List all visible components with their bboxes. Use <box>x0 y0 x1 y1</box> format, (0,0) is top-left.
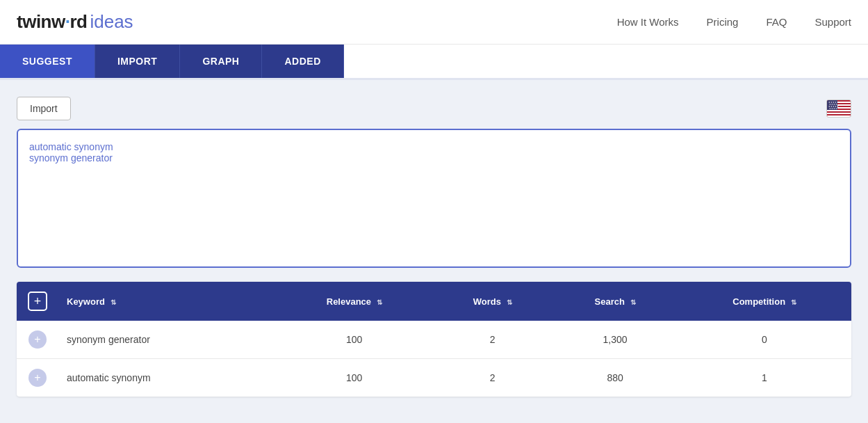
cell-keyword: synonym generator <box>58 321 276 359</box>
svg-text:★: ★ <box>835 107 837 110</box>
add-all-header: + <box>17 282 58 321</box>
svg-rect-6 <box>827 115 851 117</box>
nav-faq[interactable]: FAQ <box>766 16 787 28</box>
tab-import[interactable]: IMPORT <box>95 45 180 78</box>
table-row: + automatic synonym 100 2 880 1 <box>17 359 851 397</box>
col-competition[interactable]: Competition ⇅ <box>678 282 851 321</box>
col-relevance[interactable]: Relevance ⇅ <box>276 282 432 321</box>
table-header-row: + Keyword ⇅ Relevance ⇅ Words ⇅ <box>17 282 851 321</box>
add-all-button[interactable]: + <box>28 292 47 311</box>
cell-search: 880 <box>552 359 678 397</box>
tab-graph[interactable]: GRAPH <box>180 45 262 78</box>
sort-words-icon: ⇅ <box>507 298 512 306</box>
cell-search: 1,300 <box>552 321 678 359</box>
sort-search-icon: ⇅ <box>630 298 636 306</box>
sort-competition-icon: ⇅ <box>791 298 796 306</box>
row-add-cell: + <box>17 321 58 359</box>
nav-how-it-works[interactable]: How It Works <box>617 16 679 28</box>
tab-bar: SUGGEST IMPORT GRAPH ADDED <box>0 45 868 80</box>
row-add-button[interactable]: + <box>28 330 47 349</box>
svg-rect-4 <box>827 110 851 111</box>
nav-support[interactable]: Support <box>814 16 851 28</box>
sort-keyword-icon: ⇅ <box>110 298 116 306</box>
logo-dot: · <box>65 11 70 32</box>
main-content: Import ★★★★★ ★★★★ ★★★★★ ★★★★ aut <box>0 80 868 423</box>
header: twinw·rd ideas How It Works Pricing FAQ … <box>0 0 868 45</box>
language-flag[interactable]: ★★★★★ ★★★★ ★★★★★ ★★★★ <box>826 99 851 118</box>
tab-suggest[interactable]: SUGGEST <box>0 45 95 78</box>
main-nav: How It Works Pricing FAQ Support <box>617 16 851 28</box>
import-button[interactable]: Import <box>17 97 71 120</box>
svg-rect-5 <box>827 113 851 114</box>
cell-keyword: automatic synonym <box>58 359 276 397</box>
cell-relevance: 100 <box>276 321 432 359</box>
tab-added[interactable]: ADDED <box>262 45 343 78</box>
logo[interactable]: twinw·rd ideas <box>17 11 133 33</box>
row-add-cell: + <box>17 359 58 397</box>
table-body: + synonym generator 100 2 1,300 0 + auto… <box>17 321 851 397</box>
nav-pricing[interactable]: Pricing <box>707 16 739 28</box>
col-keyword[interactable]: Keyword ⇅ <box>58 282 276 321</box>
keyword-textarea-container: automatic synonym synonym generator <box>17 129 851 268</box>
cell-words: 2 <box>432 359 552 397</box>
cell-competition: 0 <box>678 321 851 359</box>
keyword-table: + Keyword ⇅ Relevance ⇅ Words ⇅ <box>17 282 851 397</box>
keyword-textarea[interactable]: automatic synonym synonym generator <box>29 141 839 253</box>
sort-relevance-icon: ⇅ <box>377 298 382 306</box>
import-toolbar: Import ★★★★★ ★★★★ ★★★★★ ★★★★ <box>17 97 851 120</box>
row-add-button[interactable]: + <box>28 369 47 387</box>
cell-relevance: 100 <box>276 359 432 397</box>
cell-competition: 1 <box>678 359 851 397</box>
table-row: + synonym generator 100 2 1,300 0 <box>17 321 851 359</box>
logo-twinword: twinw·rd <box>17 11 87 33</box>
col-search[interactable]: Search ⇅ <box>552 282 678 321</box>
cell-words: 2 <box>432 321 552 359</box>
logo-ideas: ideas <box>90 11 133 33</box>
col-words[interactable]: Words ⇅ <box>432 282 552 321</box>
